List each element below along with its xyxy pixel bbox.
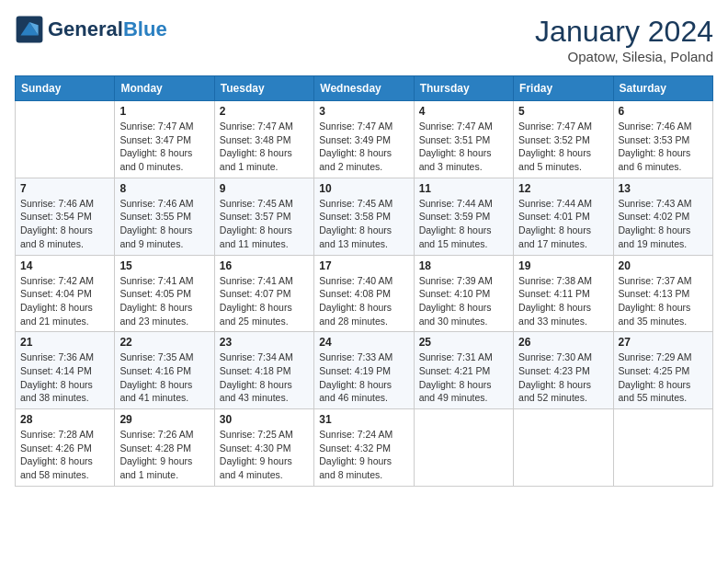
calendar-cell: 12Sunrise: 7:44 AM Sunset: 4:01 PM Dayli… (514, 178, 613, 255)
day-info: Sunrise: 7:46 AM Sunset: 3:55 PM Dayligh… (119, 197, 209, 251)
calendar-cell: 16Sunrise: 7:41 AM Sunset: 4:07 PM Dayli… (214, 255, 313, 332)
calendar-cell: 28Sunrise: 7:28 AM Sunset: 4:26 PM Dayli… (16, 409, 115, 487)
calendar-cell: 20Sunrise: 7:37 AM Sunset: 4:13 PM Dayli… (613, 255, 712, 332)
day-info: Sunrise: 7:36 AM Sunset: 4:14 PM Dayligh… (20, 350, 109, 405)
calendar-cell: 6Sunrise: 7:46 AM Sunset: 3:53 PM Daylig… (613, 101, 712, 178)
day-number: 29 (119, 413, 209, 426)
calendar-cell (514, 409, 613, 487)
day-info: Sunrise: 7:47 AM Sunset: 3:51 PM Dayligh… (419, 120, 508, 174)
calendar-cell: 24Sunrise: 7:33 AM Sunset: 4:19 PM Dayli… (314, 332, 414, 409)
day-number: 27 (619, 336, 708, 349)
weekday-header-cell: Sunday (16, 76, 115, 101)
day-number: 2 (220, 105, 309, 118)
day-number: 7 (20, 182, 109, 195)
calendar-body: 1Sunrise: 7:47 AM Sunset: 3:47 PM Daylig… (16, 101, 713, 487)
day-number: 5 (518, 105, 608, 118)
day-info: Sunrise: 7:47 AM Sunset: 3:49 PM Dayligh… (319, 120, 408, 174)
day-number: 13 (619, 182, 708, 195)
day-info: Sunrise: 7:47 AM Sunset: 3:48 PM Dayligh… (220, 120, 309, 174)
calendar-cell: 4Sunrise: 7:47 AM Sunset: 3:51 PM Daylig… (414, 101, 513, 178)
day-number: 21 (20, 336, 109, 349)
calendar-cell: 17Sunrise: 7:40 AM Sunset: 4:08 PM Dayli… (314, 255, 414, 332)
day-number: 26 (518, 336, 608, 349)
calendar-cell: 5Sunrise: 7:47 AM Sunset: 3:52 PM Daylig… (514, 101, 613, 178)
day-info: Sunrise: 7:25 AM Sunset: 4:30 PM Dayligh… (220, 428, 309, 482)
calendar-cell: 14Sunrise: 7:42 AM Sunset: 4:04 PM Dayli… (16, 255, 115, 332)
calendar-cell: 2Sunrise: 7:47 AM Sunset: 3:48 PM Daylig… (214, 101, 313, 178)
calendar-cell: 22Sunrise: 7:35 AM Sunset: 4:16 PM Dayli… (115, 332, 214, 409)
day-number: 1 (119, 105, 209, 118)
calendar-cell: 19Sunrise: 7:38 AM Sunset: 4:11 PM Dayli… (514, 255, 613, 332)
day-number: 31 (319, 413, 408, 426)
title-block: January 2024 Opatow, Silesia, Poland (535, 15, 713, 64)
day-number: 24 (319, 336, 408, 349)
day-info: Sunrise: 7:47 AM Sunset: 3:47 PM Dayligh… (119, 120, 209, 174)
day-number: 6 (619, 105, 708, 118)
weekday-header-cell: Friday (514, 76, 613, 101)
logo-general: GeneralBlue (48, 18, 167, 40)
day-info: Sunrise: 7:47 AM Sunset: 3:52 PM Dayligh… (518, 120, 608, 174)
day-number: 30 (220, 413, 309, 426)
day-info: Sunrise: 7:34 AM Sunset: 4:18 PM Dayligh… (220, 350, 309, 405)
day-info: Sunrise: 7:30 AM Sunset: 4:23 PM Dayligh… (518, 350, 608, 405)
calendar-week-row: 7Sunrise: 7:46 AM Sunset: 3:54 PM Daylig… (16, 178, 713, 255)
day-number: 23 (220, 336, 309, 349)
calendar-cell: 21Sunrise: 7:36 AM Sunset: 4:14 PM Dayli… (16, 332, 115, 409)
calendar-cell: 27Sunrise: 7:29 AM Sunset: 4:25 PM Dayli… (613, 332, 712, 409)
calendar-week-row: 1Sunrise: 7:47 AM Sunset: 3:47 PM Daylig… (16, 101, 713, 178)
weekday-header-cell: Monday (115, 76, 214, 101)
day-number: 9 (220, 182, 309, 195)
day-info: Sunrise: 7:28 AM Sunset: 4:26 PM Dayligh… (20, 428, 109, 482)
calendar-cell: 29Sunrise: 7:26 AM Sunset: 4:28 PM Dayli… (115, 409, 214, 487)
calendar-cell: 9Sunrise: 7:45 AM Sunset: 3:57 PM Daylig… (214, 178, 313, 255)
day-number: 19 (518, 259, 608, 272)
day-info: Sunrise: 7:26 AM Sunset: 4:28 PM Dayligh… (119, 428, 209, 482)
day-number: 22 (119, 336, 209, 349)
calendar-cell: 30Sunrise: 7:25 AM Sunset: 4:30 PM Dayli… (214, 409, 313, 487)
day-number: 11 (419, 182, 508, 195)
day-number: 18 (419, 259, 508, 272)
day-number: 12 (518, 182, 608, 195)
calendar-cell: 26Sunrise: 7:30 AM Sunset: 4:23 PM Dayli… (514, 332, 613, 409)
day-info: Sunrise: 7:45 AM Sunset: 3:58 PM Dayligh… (319, 197, 408, 251)
day-info: Sunrise: 7:41 AM Sunset: 4:05 PM Dayligh… (119, 274, 209, 328)
day-number: 28 (20, 413, 109, 426)
calendar-cell: 23Sunrise: 7:34 AM Sunset: 4:18 PM Dayli… (214, 332, 313, 409)
day-number: 8 (119, 182, 209, 195)
day-info: Sunrise: 7:43 AM Sunset: 4:02 PM Dayligh… (619, 197, 708, 251)
day-info: Sunrise: 7:39 AM Sunset: 4:10 PM Dayligh… (419, 274, 508, 328)
calendar-cell: 15Sunrise: 7:41 AM Sunset: 4:05 PM Dayli… (115, 255, 214, 332)
day-info: Sunrise: 7:44 AM Sunset: 3:59 PM Dayligh… (419, 197, 508, 251)
logo-general-text: General (48, 17, 123, 40)
calendar-cell: 10Sunrise: 7:45 AM Sunset: 3:58 PM Dayli… (314, 178, 414, 255)
logo-blue-text: Blue (123, 17, 167, 40)
calendar-table: SundayMondayTuesdayWednesdayThursdayFrid… (15, 75, 713, 487)
calendar-cell: 8Sunrise: 7:46 AM Sunset: 3:55 PM Daylig… (115, 178, 214, 255)
calendar-cell: 1Sunrise: 7:47 AM Sunset: 3:47 PM Daylig… (115, 101, 214, 178)
day-number: 3 (319, 105, 408, 118)
day-info: Sunrise: 7:41 AM Sunset: 4:07 PM Dayligh… (220, 274, 309, 328)
calendar-cell: 3Sunrise: 7:47 AM Sunset: 3:49 PM Daylig… (314, 101, 414, 178)
calendar-cell: 7Sunrise: 7:46 AM Sunset: 3:54 PM Daylig… (16, 178, 115, 255)
day-info: Sunrise: 7:29 AM Sunset: 4:25 PM Dayligh… (619, 350, 708, 405)
day-info: Sunrise: 7:24 AM Sunset: 4:32 PM Dayligh… (319, 428, 408, 482)
calendar-week-row: 28Sunrise: 7:28 AM Sunset: 4:26 PM Dayli… (16, 409, 713, 487)
weekday-header-cell: Tuesday (214, 76, 313, 101)
day-number: 25 (419, 336, 508, 349)
day-info: Sunrise: 7:38 AM Sunset: 4:11 PM Dayligh… (518, 274, 608, 328)
calendar-cell (414, 409, 513, 487)
calendar-cell (16, 101, 115, 178)
logo-icon (15, 15, 44, 44)
day-info: Sunrise: 7:42 AM Sunset: 4:04 PM Dayligh… (20, 274, 109, 328)
calendar-week-row: 21Sunrise: 7:36 AM Sunset: 4:14 PM Dayli… (16, 332, 713, 409)
day-number: 14 (20, 259, 109, 272)
weekday-header-cell: Thursday (414, 76, 513, 101)
calendar-cell: 11Sunrise: 7:44 AM Sunset: 3:59 PM Dayli… (414, 178, 513, 255)
location-title: Opatow, Silesia, Poland (535, 49, 713, 64)
day-info: Sunrise: 7:37 AM Sunset: 4:13 PM Dayligh… (619, 274, 708, 328)
day-info: Sunrise: 7:45 AM Sunset: 3:57 PM Dayligh… (220, 197, 309, 251)
day-info: Sunrise: 7:33 AM Sunset: 4:19 PM Dayligh… (319, 350, 408, 405)
day-number: 4 (419, 105, 508, 118)
calendar-cell: 13Sunrise: 7:43 AM Sunset: 4:02 PM Dayli… (613, 178, 712, 255)
day-info: Sunrise: 7:46 AM Sunset: 3:54 PM Dayligh… (20, 197, 109, 251)
